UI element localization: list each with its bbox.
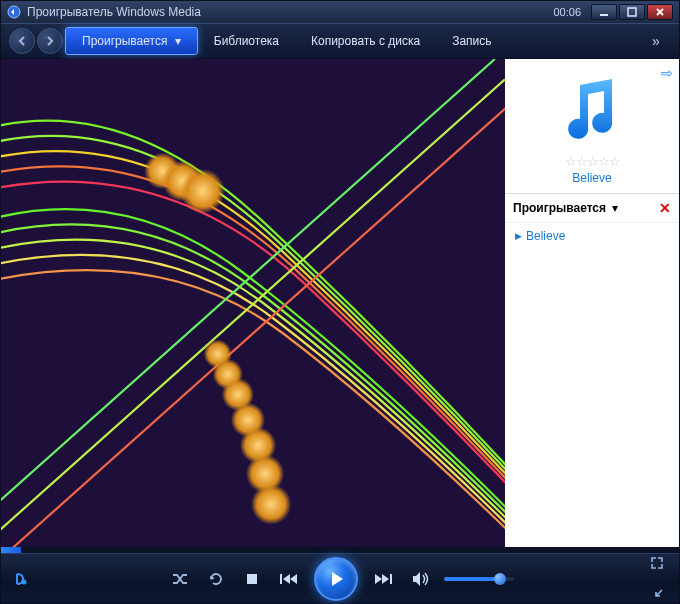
tab-label: Проигрывается — [82, 34, 167, 48]
volume-slider[interactable] — [444, 577, 514, 581]
repeat-button[interactable] — [202, 565, 230, 593]
playlist-item[interactable]: ▶ Believe — [505, 223, 679, 249]
tab-label: Запись — [452, 34, 491, 48]
svg-rect-18 — [280, 574, 282, 584]
chevron-down-icon[interactable]: ▾ — [612, 201, 618, 215]
compact-mode-button[interactable] — [646, 581, 668, 605]
expand-arrow-icon[interactable]: ⇨ — [661, 65, 673, 81]
nav-forward-button[interactable] — [37, 28, 63, 54]
play-button[interactable] — [314, 557, 358, 601]
svg-rect-19 — [390, 574, 392, 584]
tab-label: Библиотека — [214, 34, 279, 48]
nav-bar: Проигрывается ▾ Библиотека Копировать с … — [1, 23, 679, 59]
playlist-sidebar: ⇨ ☆☆☆☆☆ Believe Проигрывается ▾ ✕ ▶ Beli… — [505, 59, 679, 547]
tabs-overflow-button[interactable]: » — [645, 27, 667, 55]
nav-back-button[interactable] — [9, 28, 35, 54]
previous-button[interactable] — [274, 565, 302, 593]
minimize-button[interactable] — [591, 4, 617, 20]
tab-rip[interactable]: Копировать с диска — [295, 28, 436, 54]
app-title: Проигрыватель Windows Media — [27, 5, 553, 19]
app-icon — [7, 5, 21, 19]
playback-controls — [1, 553, 679, 603]
tab-label: Копировать с диска — [311, 34, 420, 48]
mute-button[interactable] — [406, 565, 434, 593]
playlist-header-label: Проигрывается — [513, 201, 606, 215]
playlist-header: Проигрывается ▾ ✕ — [505, 193, 679, 223]
next-button[interactable] — [370, 565, 398, 593]
visualization-pane[interactable] — [1, 59, 505, 547]
chevron-down-icon: ▾ — [175, 34, 181, 48]
switch-view-button[interactable] — [13, 565, 29, 593]
main-area: ⇨ ☆☆☆☆☆ Believe Проигрывается ▾ ✕ ▶ Beli… — [1, 59, 679, 547]
svg-rect-17 — [247, 574, 257, 584]
svg-point-15 — [251, 484, 291, 525]
tab-now-playing[interactable]: Проигрывается ▾ — [65, 27, 198, 55]
clock: 00:06 — [553, 6, 581, 18]
titlebar: Проигрыватель Windows Media 00:06 — [1, 1, 679, 23]
clear-playlist-button[interactable]: ✕ — [659, 200, 671, 216]
svg-rect-2 — [628, 8, 636, 16]
maximize-button[interactable] — [619, 4, 645, 20]
tab-library[interactable]: Библиотека — [198, 28, 295, 54]
svg-point-16 — [22, 579, 27, 584]
volume-thumb[interactable] — [494, 573, 506, 585]
track-title: Believe — [513, 171, 671, 185]
stop-button[interactable] — [238, 565, 266, 593]
tab-burn[interactable]: Запись — [436, 28, 507, 54]
shuffle-button[interactable] — [166, 565, 194, 593]
rating-stars[interactable]: ☆☆☆☆☆ — [513, 154, 671, 169]
app-window: Проигрыватель Windows Media 00:06 Проигр… — [0, 0, 680, 604]
now-playing-info: ⇨ ☆☆☆☆☆ Believe — [505, 59, 679, 193]
close-button[interactable] — [647, 4, 673, 20]
fullscreen-button[interactable] — [646, 549, 668, 577]
playing-indicator-icon: ▶ — [515, 231, 522, 241]
svg-point-8 — [180, 169, 224, 214]
volume-fill — [444, 577, 500, 581]
music-note-icon — [556, 73, 628, 145]
playlist-item-label: Believe — [526, 229, 565, 243]
visualization-graphic — [1, 59, 505, 547]
